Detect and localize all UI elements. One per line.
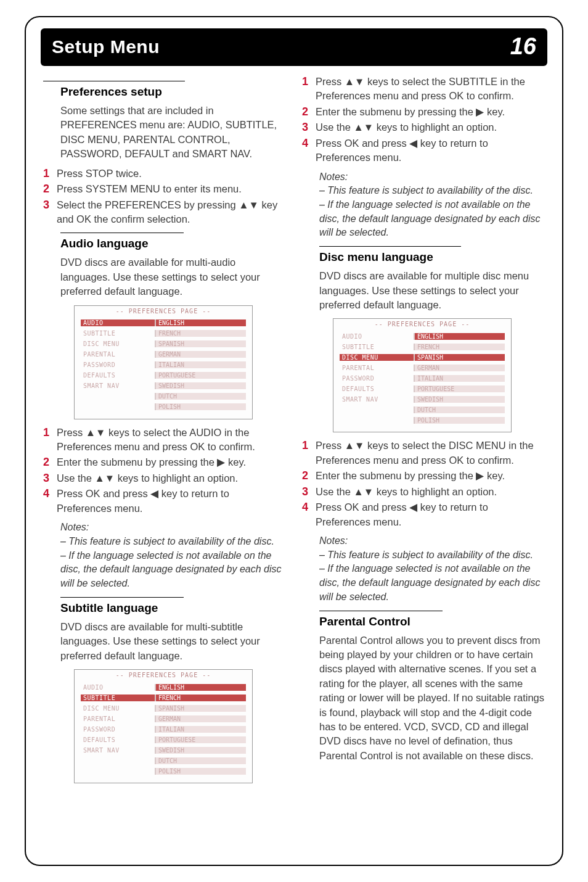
step-number: 4 [43, 487, 57, 501]
step-number: 1 [43, 167, 57, 181]
page-frame: Setup Menu 16 Preferences setup Some set… [25, 16, 563, 866]
list-item: 4Press OK and press ◀ key to return to P… [302, 136, 545, 165]
page-title: Setup Menu [52, 36, 160, 57]
step-number: 3 [302, 120, 316, 134]
list-item: 1Press ▲▼ keys to select the AUDIO in th… [43, 426, 286, 455]
rule [60, 597, 184, 598]
osd-body: AUDIOENGLISH SUBTITLEFRENCH DISC MENUSPA… [333, 328, 511, 432]
note-text: – If the language selected is not availa… [319, 198, 545, 240]
step-text: Press STOP twice. [57, 167, 142, 181]
list-item: 3Use the ▲▼ keys to highlight an option. [302, 120, 545, 134]
step-number: 4 [302, 500, 316, 514]
step-text: Press ▲▼ keys to select the AUDIO in the… [57, 426, 286, 455]
notes-heading: Notes: [319, 170, 545, 184]
step-text: Enter the submenu by pressing the ▶ key. [57, 455, 246, 469]
step-number: 3 [43, 471, 57, 485]
step-text: Press OK and press ◀ key to return to Pr… [316, 136, 545, 165]
discmenu-heading: Disc menu language [319, 250, 545, 264]
list-item: 2Enter the submenu by pressing the ▶ key… [302, 105, 545, 119]
note-text: – This feature is subject to availabilit… [319, 548, 545, 563]
header-bar: Setup Menu 16 [41, 28, 547, 66]
step-text: Enter the submenu by pressing the ▶ key. [316, 105, 505, 119]
audio-intro: DVD discs are available for multi-audio … [60, 255, 286, 299]
subtitle-heading: Subtitle language [60, 601, 286, 615]
step-text: Press OK and press ◀ key to return to Pr… [316, 500, 545, 529]
osd-title: -- PREFERENCES PAGE -- [333, 319, 511, 328]
osd-title: -- PREFERENCES PAGE -- [75, 306, 252, 315]
rule [43, 81, 185, 81]
list-item: 1Press ▲▼ keys to select the DISC MENU i… [302, 439, 545, 468]
subtitle-intro: DVD discs are available for multi-subtit… [60, 620, 286, 663]
step-text: Press ▲▼ keys to select the DISC MENU in… [316, 439, 545, 468]
step-text: Enter the submenu by pressing the ▶ key. [316, 469, 505, 483]
audio-notes: Notes: – This feature is subject to avai… [60, 521, 286, 591]
step-number: 3 [43, 198, 57, 212]
notes-heading: Notes: [60, 521, 286, 535]
step-text: Press ▲▼ keys to select the SUBTITLE in … [316, 75, 545, 104]
parental-body: Parental Control allows you to prevent d… [319, 633, 545, 764]
step-number: 4 [302, 136, 316, 150]
osd-body: AUDIOENGLISH SUBTITLEFRENCH DISC MENUSPA… [75, 315, 252, 419]
list-item: 3Select the PREFERENCES by pressing ▲▼ k… [43, 198, 286, 227]
columns: Preferences setup Some settings that are… [43, 75, 545, 789]
list-item: 4Press OK and press ◀ key to return to P… [43, 487, 286, 516]
audio-heading: Audio language [60, 237, 286, 250]
preferences-heading: Preferences setup [60, 85, 286, 99]
list-item: 1Press ▲▼ keys to select the SUBTITLE in… [302, 75, 545, 104]
note-text: – This feature is subject to availabilit… [319, 184, 545, 198]
step-number: 2 [302, 469, 316, 483]
step-text: Use the ▲▼ keys to highlight an option. [57, 471, 238, 485]
rule [319, 611, 443, 611]
step-number: 1 [302, 439, 316, 453]
subtitle-notes: Notes: – This feature is subject to avai… [319, 170, 545, 241]
step-number: 2 [43, 182, 57, 196]
osd-body: AUDIOENGLISH SUBTITLEFRENCH DISC MENUSPA… [75, 679, 252, 783]
preferences-intro: Some settings that are included in PREFE… [60, 104, 286, 162]
note-text: – This feature is subject to availabilit… [60, 535, 286, 549]
step-number: 3 [302, 485, 316, 499]
notes-heading: Notes: [319, 534, 545, 548]
left-column: Preferences setup Some settings that are… [43, 75, 286, 789]
step-number: 1 [302, 75, 316, 89]
page-number: 16 [510, 33, 536, 60]
preferences-steps: 1Press STOP twice. 2Press SYSTEM MENU to… [43, 167, 286, 227]
osd-screenshot-audio: -- PREFERENCES PAGE -- AUDIOENGLISH SUBT… [74, 305, 253, 419]
osd-title: -- PREFERENCES PAGE -- [75, 670, 252, 679]
discmenu-notes: Notes: – This feature is subject to avai… [319, 534, 545, 604]
step-text: Select the PREFERENCES by pressing ▲▼ ke… [57, 198, 286, 227]
rule [319, 246, 461, 247]
list-item: 4Press OK and press ◀ key to return to P… [302, 500, 545, 529]
step-text: Use the ▲▼ keys to highlight an option. [316, 120, 497, 134]
list-item: 2Enter the submenu by pressing the ▶ key… [302, 469, 545, 483]
step-text: Press OK and press ◀ key to return to Pr… [57, 487, 286, 516]
list-item: 2Press SYSTEM MENU to enter its menu. [43, 182, 286, 196]
audio-steps: 1Press ▲▼ keys to select the AUDIO in th… [43, 426, 286, 516]
subtitle-steps: 1Press ▲▼ keys to select the SUBTITLE in… [302, 75, 545, 165]
step-number: 1 [43, 426, 57, 440]
list-item: 3Use the ▲▼ keys to highlight an option. [302, 485, 545, 499]
step-text: Press SYSTEM MENU to enter its menu. [57, 182, 242, 196]
step-number: 2 [302, 105, 316, 119]
parental-heading: Parental Control [319, 615, 545, 629]
step-text: Use the ▲▼ keys to highlight an option. [316, 485, 497, 499]
list-item: 3Use the ▲▼ keys to highlight an option. [43, 471, 286, 485]
rule [60, 233, 184, 233]
note-text: – If the language selected is not availa… [319, 562, 545, 604]
list-item: 1Press STOP twice. [43, 167, 286, 181]
list-item: 2Enter the submenu by pressing the ▶ key… [43, 455, 286, 469]
osd-screenshot-discmenu: -- PREFERENCES PAGE -- AUDIOENGLISH SUBT… [333, 318, 512, 432]
step-number: 2 [43, 455, 57, 469]
discmenu-intro: DVD discs are available for multiple dis… [319, 269, 545, 312]
note-text: – If the language selected is not availa… [60, 549, 286, 591]
osd-screenshot-subtitle: -- PREFERENCES PAGE -- AUDIOENGLISH SUBT… [74, 669, 253, 783]
discmenu-steps: 1Press ▲▼ keys to select the DISC MENU i… [302, 439, 545, 529]
right-column: 1Press ▲▼ keys to select the SUBTITLE in… [302, 75, 545, 789]
